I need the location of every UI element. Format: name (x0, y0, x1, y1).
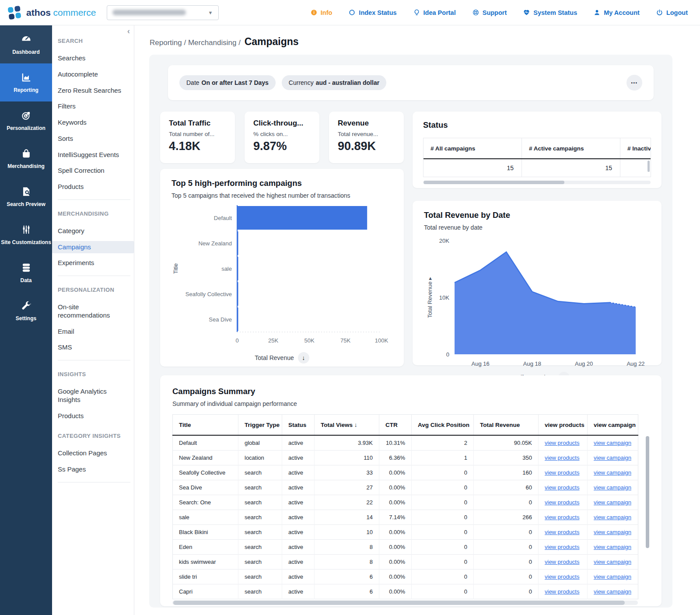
view-campaign-link[interactable]: view campaign (594, 573, 631, 580)
sidebar-item-site-customizations[interactable]: Site Customizations (0, 216, 52, 254)
topnav-index-status[interactable]: Index Status (348, 9, 396, 16)
sidebar-item-merchandising[interactable]: Merchandising (0, 140, 52, 178)
sidebar-item-products[interactable]: Products (58, 410, 129, 423)
cell-title: Seafolly Collective (173, 465, 238, 480)
sidebar-item-email[interactable]: Email (58, 325, 129, 338)
view-products-link[interactable]: view products (545, 529, 579, 535)
sidebar-section-header: CATEGORY INSIGHTS (58, 433, 134, 439)
view-campaign-link[interactable]: view campaign (594, 440, 631, 446)
sidebar-item-on-site-recommendations[interactable]: On-site recommendations (58, 301, 129, 322)
breadcrumb-merchandising[interactable]: Merchandising (188, 38, 237, 47)
top-campaigns-chart-card: Top 5 high-performing campaigns Top 5 ca… (160, 169, 404, 367)
metric-cards: Total TrafficTotal number of...4.18KClic… (160, 112, 404, 163)
sidebar-item-collection-pages[interactable]: Collection Pages (58, 447, 129, 460)
cell-avg-click: 2 (412, 435, 474, 451)
view-products-link[interactable]: view products (545, 499, 579, 506)
sidebar-item-sms[interactable]: SMS (58, 341, 129, 354)
sidebar-item-searches[interactable]: Searches (58, 52, 129, 65)
cell-trigger: search (238, 584, 282, 599)
view-campaign-link[interactable]: view campaign (594, 484, 631, 491)
view-campaign-link[interactable]: view campaign (594, 529, 631, 535)
vertical-scrollbar-thumb[interactable] (648, 161, 650, 172)
sidebar-item-search-preview[interactable]: Search Preview (0, 178, 52, 216)
sidebar-item-settings[interactable]: Settings (0, 292, 52, 330)
view-campaign-link[interactable]: view campaign (594, 514, 631, 521)
revenue-by-date-chart-card: Total Revenue by Date Total revenue by d… (413, 201, 662, 365)
horizontal-scrollbar-thumb[interactable] (424, 181, 564, 184)
view-campaign-link[interactable]: view campaign (594, 454, 631, 461)
sidebar-item-google-analytics-insights[interactable]: Google Analytics Insights (58, 385, 129, 406)
topnav-idea-portal[interactable]: Idea Portal (413, 9, 456, 16)
sidebar-item-autocomplete[interactable]: Autocomplete (58, 68, 129, 81)
sidebar-item-category[interactable]: Category (58, 225, 129, 238)
topnav-label: Info (321, 9, 332, 16)
view-products-link[interactable]: view products (545, 573, 579, 580)
cell-views: 110 (315, 451, 379, 465)
view-products-link[interactable]: view products (545, 469, 579, 476)
breadcrumb-reporting[interactable]: Reporting (150, 38, 182, 47)
cell-trigger: search (238, 480, 282, 495)
sidebar-item-reporting[interactable]: Reporting (0, 63, 52, 101)
sidebar-item-campaigns[interactable]: Campaigns (52, 241, 134, 254)
cell-ctr: 0.00% (379, 465, 412, 480)
view-campaign-link[interactable]: view campaign (594, 544, 631, 550)
cell-status: active (282, 570, 315, 584)
more-options-button[interactable]: ••• (626, 75, 642, 91)
view-campaign-link[interactable]: view campaign (594, 469, 631, 476)
view-products-link[interactable]: view products (545, 544, 579, 550)
sidebar-item-keywords[interactable]: Keywords (58, 116, 129, 129)
cell-view-campaign: view campaign (588, 435, 638, 451)
sidebar-item-filters[interactable]: Filters (58, 100, 129, 113)
sidebar-item-sorts[interactable]: Sorts (58, 133, 129, 145)
filter-pill-currency[interactable]: Currencyaud - australian dollar (282, 75, 386, 90)
svg-text:20K: 20K (439, 238, 449, 244)
view-products-link[interactable]: view products (545, 514, 579, 521)
topnav-logout[interactable]: Logout (656, 9, 688, 16)
vertical-scrollbar-thumb[interactable] (646, 436, 649, 548)
org-selector[interactable]: ▼ (107, 5, 219, 20)
cell-title: kids swimwear (173, 555, 238, 570)
sidebar-item-intellisuggest-events[interactable]: IntelliSuggest Events (58, 149, 129, 161)
filter-pill-date[interactable]: DateOn or after Last 7 Days (179, 75, 276, 90)
view-campaign-link[interactable]: view campaign (594, 559, 631, 565)
cell-ctr: 0.00% (379, 555, 412, 570)
metric-subtitle: Total revenue... (338, 131, 395, 137)
sidebar-item-spell-correction[interactable]: Spell Correction (58, 164, 129, 177)
column-header-ctr: CTR (379, 415, 412, 436)
metric-subtitle: % clicks on... (253, 131, 311, 137)
bar-chart: DefaultNew ZealandsaleSeafolly Collectiv… (172, 203, 392, 352)
topnav-system-status[interactable]: System Status (523, 9, 577, 16)
horizontal-scrollbar-thumb[interactable] (173, 601, 625, 605)
metric-title: Click-throug... (253, 119, 311, 128)
topnav-support[interactable]: Support (472, 9, 507, 16)
sidebar-item-products[interactable]: Products (58, 181, 129, 193)
sidebar-item-zero-result-searches[interactable]: Zero Result Searches (58, 84, 129, 97)
sidebar-item-personalization[interactable]: Personalization (0, 101, 52, 140)
sidebar-section-merchandising: MERCHANDISINGCategoryCampaignsExperiment… (58, 210, 134, 276)
sidebar-item-data[interactable]: Data (0, 254, 52, 292)
topnav-info[interactable]: Info (310, 9, 332, 16)
svg-text:Default: Default (214, 215, 232, 221)
sort-descending-button[interactable]: ↓ (298, 352, 309, 363)
primary-sidebar: DashboardReportingPersonalizationMerchan… (0, 25, 52, 615)
cell-revenue: 60 (474, 480, 539, 495)
sidebar-item-experiments[interactable]: Experiments (58, 257, 129, 269)
dashboard-panel: DateOn or after Last 7 DaysCurrencyaud -… (149, 55, 672, 608)
view-products-link[interactable]: view products (545, 484, 579, 491)
sidebar-item-ss-pages[interactable]: Ss Pages (58, 463, 129, 476)
collapse-sidebar-button[interactable]: ‹ (127, 26, 130, 36)
column-header-status: Status (282, 415, 315, 436)
top-nav: InfoIndex StatusIdea PortalSupportSystem… (310, 9, 688, 16)
cell-view-campaign: view campaign (588, 540, 638, 555)
column-header-total-views[interactable]: Total Views ↓ (315, 415, 379, 436)
topnav-my-account[interactable]: My Account (593, 9, 640, 16)
view-products-link[interactable]: view products (545, 588, 579, 595)
view-products-link[interactable]: view products (545, 440, 579, 446)
svg-text:100K: 100K (375, 337, 388, 344)
column-header-view-products: view products (539, 415, 588, 436)
view-products-link[interactable]: view products (545, 454, 579, 461)
view-campaign-link[interactable]: view campaign (594, 588, 631, 595)
view-products-link[interactable]: view products (545, 559, 579, 565)
view-campaign-link[interactable]: view campaign (594, 499, 631, 506)
sidebar-item-dashboard[interactable]: Dashboard (0, 25, 52, 63)
